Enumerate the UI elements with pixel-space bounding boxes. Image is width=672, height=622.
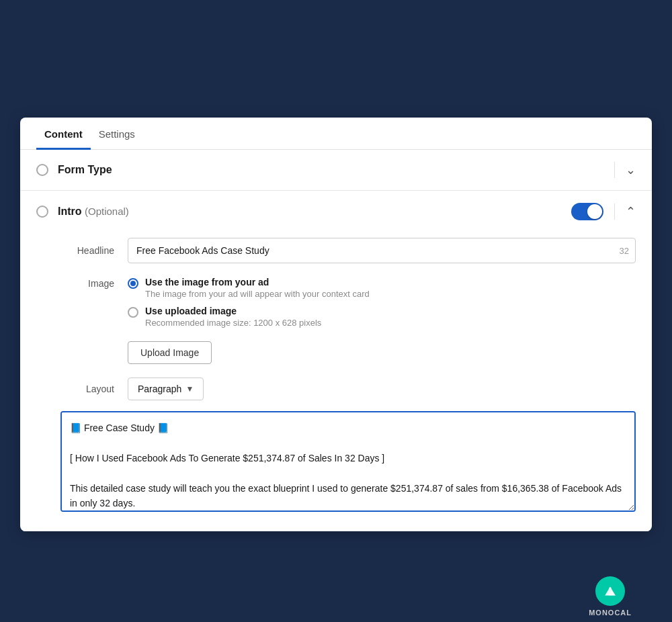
body-textarea[interactable]: 📘 Free Case Study 📘 [ How I Used Faceboo… [60,411,636,512]
radio-use-uploaded-image[interactable] [128,307,138,318]
form-type-section: Form Type ⌄ [20,150,652,191]
headline-row: Headline 32 [60,238,636,263]
layout-value: Paragraph [138,384,181,394]
layout-dropdown[interactable]: Paragraph ▼ [128,377,204,400]
intro-section: Intro (Optional) ⌃ Headline 32 [20,191,652,531]
image-options: Use the image from your ad The image fro… [128,277,636,364]
upload-image-button[interactable]: Upload Image [128,341,212,364]
image-row: Image Use the image from your ad The ima… [60,277,636,364]
divider [614,162,615,178]
layout-row: Layout Paragraph ▼ [60,377,636,400]
tab-content[interactable]: Content [36,118,91,150]
form-type-header[interactable]: Form Type ⌄ [20,150,652,190]
intro-body: Headline 32 Image Use the image from you… [20,232,652,531]
headline-char-count: 32 [620,246,629,256]
image-label: Image [60,277,114,289]
form-type-radio[interactable] [36,164,48,176]
tab-settings[interactable]: Settings [91,118,143,150]
intro-radio[interactable] [36,206,48,218]
toggle-knob [587,204,602,219]
monocal-logo-text: MONOCAL [589,609,632,617]
chevron-up-icon: ⌃ [626,204,636,219]
use-ad-image-title: Use the image from your ad [145,277,370,287]
tabs-bar: Content Settings [20,118,652,150]
intro-header[interactable]: Intro (Optional) ⌃ [20,191,652,232]
outer-container: Content Settings Form Type ⌄ Intro (Opti… [13,13,659,622]
dropdown-arrow-icon: ▼ [185,384,194,394]
headline-input[interactable] [128,238,636,263]
monocal-logo-circle [595,576,625,606]
main-card: Content Settings Form Type ⌄ Intro (Opti… [20,118,652,531]
divider2 [614,204,615,220]
image-option-ad: Use the image from your ad The image fro… [128,277,636,299]
form-type-title: Form Type [58,164,603,176]
optional-label: (Optional) [85,206,129,217]
use-uploaded-image-title: Use uploaded image [145,306,321,316]
chevron-down-icon: ⌄ [626,163,636,177]
radio-use-ad-image[interactable] [128,278,138,289]
headline-input-wrapper: 32 [128,238,636,263]
intro-toggle[interactable] [571,203,603,220]
monocal-logo-area: MONOCAL [589,576,632,617]
monocal-mountain-icon [601,582,619,600]
intro-title: Intro (Optional) [58,206,571,218]
headline-label: Headline [60,245,114,256]
layout-label: Layout [60,384,114,394]
image-option-upload: Use uploaded image Recommended image siz… [128,306,636,328]
use-ad-image-desc: The image from your ad will appear with … [145,289,370,299]
use-uploaded-image-desc: Recommended image size: 1200 x 628 pixel… [145,318,321,328]
